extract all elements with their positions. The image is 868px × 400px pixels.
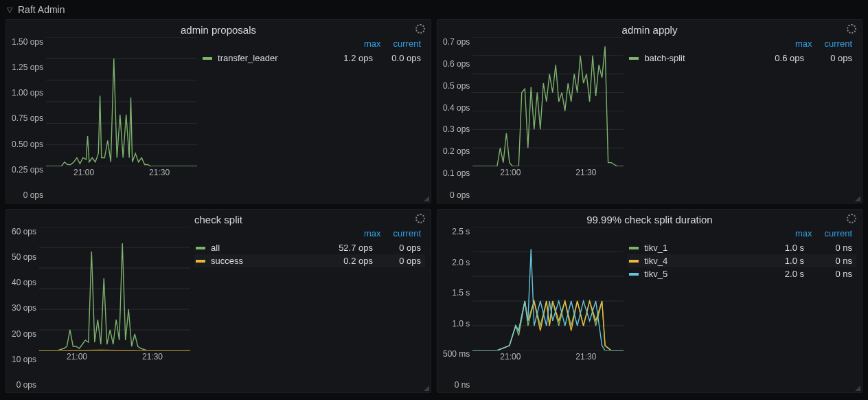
panel-title: check split: [12, 214, 425, 227]
y-tick: 1.25 ops: [12, 63, 43, 72]
y-tick: 40 ops: [12, 278, 36, 287]
series-max: 1.0 s: [756, 243, 804, 253]
chart-area[interactable]: 2.5 s2.0 s1.5 s1.0 s500 ms0 ns 21:0021:3…: [443, 227, 624, 390]
legend-swatch: [196, 260, 205, 263]
legend-col-current[interactable]: current: [825, 38, 852, 49]
series-max: 52.7 ops: [325, 243, 373, 253]
legend: max current all 52.7 ops 0 ops success 0…: [194, 227, 425, 390]
series-current: 0 ns: [804, 243, 852, 253]
y-tick: 500 ms: [443, 349, 470, 359]
legend-header: max current: [628, 227, 856, 241]
x-axis: 21:0021:30: [46, 166, 197, 177]
chart-plot[interactable]: [472, 37, 624, 166]
chart-area[interactable]: 60 ops50 ops40 ops30 ops20 ops10 ops0 op…: [12, 227, 190, 390]
legend-col-max[interactable]: max: [364, 38, 381, 49]
chevron-down-icon: ▽: [7, 5, 12, 14]
legend-swatch: [629, 57, 639, 60]
loading-icon: [415, 24, 425, 34]
legend-header: max current: [201, 37, 425, 52]
series-name: batch-split: [644, 53, 756, 63]
x-tick: 21:30: [149, 168, 170, 177]
y-tick: 60 ops: [12, 227, 36, 236]
x-tick: 21:00: [500, 168, 521, 177]
resize-handle-icon[interactable]: [424, 386, 429, 391]
legend-swatch: [203, 57, 212, 60]
legend: max current transfer_leader 1.2 ops 0.0 …: [201, 37, 425, 200]
chart-plot[interactable]: [472, 227, 624, 351]
resize-handle-icon[interactable]: [855, 196, 860, 201]
legend-row[interactable]: tikv_1 1.0 s 0 ns: [628, 241, 856, 254]
y-tick: 1.0 s: [452, 319, 470, 329]
series-current: 0 ns: [804, 269, 852, 279]
y-tick: 0.7 ops: [443, 37, 470, 47]
y-tick: 0.75 ops: [12, 113, 43, 123]
series-name: transfer_leader: [218, 53, 325, 63]
panel-grid: admin proposals 1.50 ops1.25 ops1.00 ops…: [0, 19, 868, 399]
y-tick: 1.00 ops: [12, 88, 43, 98]
y-tick: 30 ops: [12, 303, 36, 313]
chart-plot[interactable]: [39, 227, 190, 351]
panel-2[interactable]: check split 60 ops50 ops40 ops30 ops20 o…: [5, 209, 431, 393]
x-tick: 21:00: [73, 168, 94, 177]
y-tick: 2.5 s: [452, 227, 470, 236]
series-max: 2.0 s: [756, 269, 804, 279]
series-name: tikv_4: [644, 256, 756, 266]
legend-row[interactable]: all 52.7 ops 0 ops: [194, 241, 425, 254]
legend-col-current[interactable]: current: [393, 228, 421, 238]
section-title: Raft Admin: [18, 4, 65, 15]
series-max: 0.6 ops: [756, 53, 804, 63]
resize-handle-icon[interactable]: [855, 386, 860, 391]
x-tick: 21:30: [575, 352, 596, 362]
y-tick: 0 ops: [16, 380, 36, 390]
panel-0[interactable]: admin proposals 1.50 ops1.25 ops1.00 ops…: [5, 19, 431, 203]
chart-plot[interactable]: [46, 37, 197, 166]
legend: max current batch-split 0.6 ops 0 ops: [628, 37, 856, 200]
legend-swatch: [629, 247, 639, 249]
y-axis: 1.50 ops1.25 ops1.00 ops0.75 ops0.50 ops…: [12, 37, 46, 200]
y-tick: 0.4 ops: [443, 103, 470, 113]
legend-row[interactable]: success 0.2 ops 0 ops: [194, 254, 425, 267]
series-max: 0.2 ops: [325, 256, 373, 266]
y-axis: 60 ops50 ops40 ops30 ops20 ops10 ops0 op…: [12, 227, 39, 390]
y-tick: 0.3 ops: [443, 124, 470, 134]
y-tick: 1.50 ops: [12, 37, 43, 47]
legend-col-max[interactable]: max: [364, 228, 381, 238]
series-name: all: [211, 243, 325, 253]
panel-1[interactable]: admin apply 0.7 ops0.6 ops0.5 ops0.4 ops…: [437, 19, 863, 203]
y-tick: 1.5 s: [452, 288, 470, 298]
chart-area[interactable]: 1.50 ops1.25 ops1.00 ops0.75 ops0.50 ops…: [12, 37, 197, 200]
y-tick: 0 ns: [455, 380, 470, 390]
series-current: 0 ops: [804, 53, 852, 63]
legend-row[interactable]: tikv_4 1.0 s 0 ns: [628, 254, 856, 267]
y-tick: 10 ops: [12, 355, 36, 364]
y-tick: 0 ops: [23, 190, 43, 200]
y-tick: 20 ops: [12, 329, 36, 339]
chart-area[interactable]: 0.7 ops0.6 ops0.5 ops0.4 ops0.3 ops0.2 o…: [443, 37, 624, 200]
y-tick: 0.1 ops: [443, 168, 470, 178]
series-current: 0 ops: [373, 243, 421, 253]
legend-row[interactable]: transfer_leader 1.2 ops 0.0 ops: [201, 52, 425, 65]
y-tick: 50 ops: [12, 252, 36, 262]
legend-col-max[interactable]: max: [795, 228, 812, 238]
x-axis: 21:0021:30: [472, 166, 624, 177]
panel-3[interactable]: 99.99% check split duration 2.5 s2.0 s1.…: [437, 209, 863, 393]
panel-title: admin apply: [443, 24, 856, 37]
legend-col-current[interactable]: current: [825, 228, 852, 238]
legend-row[interactable]: tikv_5 2.0 s 0 ns: [628, 267, 856, 280]
series-name: tikv_1: [644, 243, 756, 253]
section-header[interactable]: ▽ Raft Admin: [0, 0, 868, 19]
legend-col-max[interactable]: max: [795, 38, 812, 49]
y-tick: 0.2 ops: [443, 146, 470, 156]
legend-header: max current: [194, 227, 425, 241]
legend-row[interactable]: batch-split 0.6 ops 0 ops: [628, 52, 856, 65]
x-tick: 21:30: [142, 352, 163, 362]
legend-swatch: [196, 247, 205, 249]
x-tick: 21:30: [575, 168, 596, 177]
series-max: 1.2 ops: [325, 53, 373, 63]
resize-handle-icon[interactable]: [424, 196, 429, 201]
series-max: 1.0 s: [756, 256, 804, 266]
x-tick: 21:00: [500, 352, 521, 362]
series-current: 0.0 ops: [373, 53, 421, 63]
legend-col-current[interactable]: current: [393, 38, 421, 49]
legend: max current tikv_1 1.0 s 0 ns tikv_4 1.0…: [628, 227, 856, 390]
